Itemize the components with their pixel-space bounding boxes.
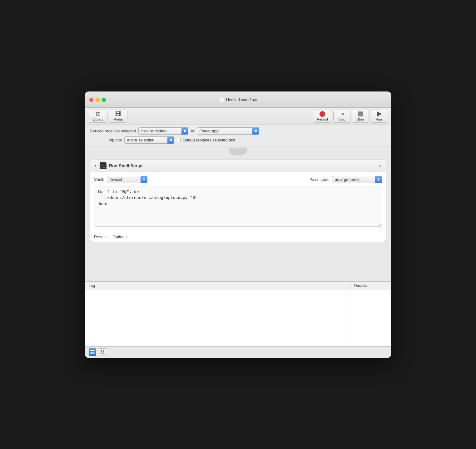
service-bar: Service receives selected files or folde… [85, 125, 391, 146]
chevron-up-icon4 [143, 178, 145, 179]
stop-label: Stop [357, 117, 364, 121]
options-tab[interactable]: Options [112, 234, 126, 239]
record-button[interactable]: Record [313, 110, 332, 123]
log-row-log-cell [85, 320, 350, 330]
service-row-1: Service receives selected files or folde… [90, 127, 386, 135]
grid-cell-2 [103, 350, 104, 352]
files-folders-select[interactable]: files or folders [138, 127, 188, 135]
log-row-duration-cell [350, 300, 391, 310]
title-icon: 📄 [219, 97, 225, 102]
duration-column-header: Duration [350, 282, 391, 290]
grid-cell-1 [101, 350, 102, 352]
terminal-icon: >_ [101, 164, 105, 167]
main-window: 📄 Untitled.workflow ⊞ Library 🎞 Media Re… [85, 91, 391, 358]
output-checkbox[interactable] [177, 138, 181, 142]
log-row-log-cell [85, 290, 350, 300]
media-icon: 🎞 [115, 111, 121, 117]
log-row [85, 310, 391, 320]
receives-label: Service receives selected [90, 129, 136, 133]
media-button[interactable]: 🎞 Media [109, 110, 127, 123]
in-label: in [191, 129, 194, 133]
log-row [85, 290, 391, 300]
grid-cell-4 [103, 353, 104, 354]
action-footer: Results Options [90, 232, 386, 242]
list-line-3 [90, 353, 95, 354]
log-column-header: Log [85, 282, 350, 290]
stop-button[interactable]: Stop [352, 110, 369, 123]
chevron-down-icon5 [377, 180, 380, 181]
shell-select-wrapper: /bin/zsh [107, 176, 147, 183]
chevron-down-icon [184, 131, 186, 132]
shell-label: Shell: [94, 177, 104, 182]
files-folders-chevron [181, 127, 188, 135]
action-card: ▼ >_ Run Shell Script × Shell: /bin/zsh [90, 160, 386, 242]
entire-selection-wrapper: entire selection [124, 136, 174, 144]
service-row-2: Input is entire selection Output replace… [90, 136, 386, 144]
entire-selection-select[interactable]: entire selection [124, 136, 174, 144]
maximize-button[interactable] [102, 98, 106, 102]
log-row-duration-cell [350, 290, 391, 300]
list-view-icon [90, 350, 95, 354]
finder-select[interactable]: Finder.app [197, 127, 259, 135]
input-is-label: Input is [109, 138, 122, 142]
minimize-button[interactable] [96, 98, 100, 102]
list-line-2 [90, 352, 95, 353]
grid-view-icon [101, 350, 104, 354]
chevron-down-icon4 [143, 180, 145, 181]
status-bar [85, 346, 391, 358]
results-tab[interactable]: Results [94, 234, 107, 239]
action-header-left: ▼ >_ Run Shell Script [94, 162, 143, 169]
run-label: Run [375, 117, 382, 121]
traffic-lights [89, 98, 106, 102]
chevron-down-icon2 [255, 131, 257, 132]
grid-cell-3 [101, 353, 102, 354]
log-row [85, 300, 391, 310]
finder-wrapper: Finder.app [197, 127, 259, 135]
log-header: Log Duration [85, 282, 391, 290]
close-button[interactable] [89, 98, 93, 102]
log-row-duration-cell [350, 320, 391, 330]
library-button[interactable]: ⊞ Library [89, 110, 107, 123]
library-label: Library [93, 117, 103, 121]
media-label: Media [113, 117, 123, 121]
pass-input-label: Pass input: [310, 177, 330, 182]
output-label: Output replaces selected text [183, 138, 235, 142]
files-folders-wrapper: files or folders [138, 127, 188, 135]
run-button[interactable]: Run [370, 110, 387, 123]
toolbar-right: Record ⇥ Step Stop Run [313, 110, 387, 123]
chevron-up-icon2 [255, 130, 257, 131]
list-view-button[interactable] [89, 348, 96, 356]
action-close-button[interactable]: × [378, 164, 382, 168]
step-icon: ⇥ [340, 111, 344, 117]
title-bar-center: 📄 Untitled.workflow [219, 97, 257, 102]
collapse-arrow-icon[interactable]: ▼ [94, 164, 97, 167]
log-row-log-cell [85, 300, 350, 310]
title-bar: 📄 Untitled.workflow [85, 91, 391, 108]
log-rows [85, 290, 391, 346]
log-row-log-cell [85, 310, 350, 320]
script-textarea[interactable]: for f in "$@"; do /Users/cternus/src/blo… [94, 186, 382, 227]
main-content: ▼ >_ Run Shell Script × Shell: /bin/zsh [85, 156, 391, 281]
step-label: Step [338, 117, 345, 121]
grid-view-button[interactable] [99, 348, 106, 356]
run-triangle-icon [377, 111, 382, 117]
chevron-up-icon [184, 130, 186, 131]
output-checkbox-row: Output replaces selected text [177, 138, 235, 142]
toolbar: ⊞ Library 🎞 Media Record ⇥ Step Stop [85, 108, 391, 125]
shell-group: Shell: /bin/zsh [94, 176, 147, 183]
connector [85, 146, 391, 156]
step-button[interactable]: ⇥ Step [333, 110, 350, 123]
log-row-log-cell [85, 330, 350, 340]
action-header: ▼ >_ Run Shell Script × [90, 160, 386, 172]
pass-input-select[interactable]: as arguments [332, 176, 382, 183]
entire-selection-chevron [167, 136, 174, 144]
list-line-1 [90, 350, 95, 351]
chevron-down-icon3 [170, 140, 172, 141]
log-row-duration-cell [350, 310, 391, 320]
record-dot-icon [320, 111, 325, 117]
toolbar-left: ⊞ Library 🎞 Media [89, 110, 127, 123]
action-icon: >_ [100, 162, 107, 169]
chevron-up-icon3 [170, 139, 172, 140]
log-section: Log Duration [85, 281, 391, 346]
pass-input-group: Pass input: as arguments [310, 176, 382, 183]
